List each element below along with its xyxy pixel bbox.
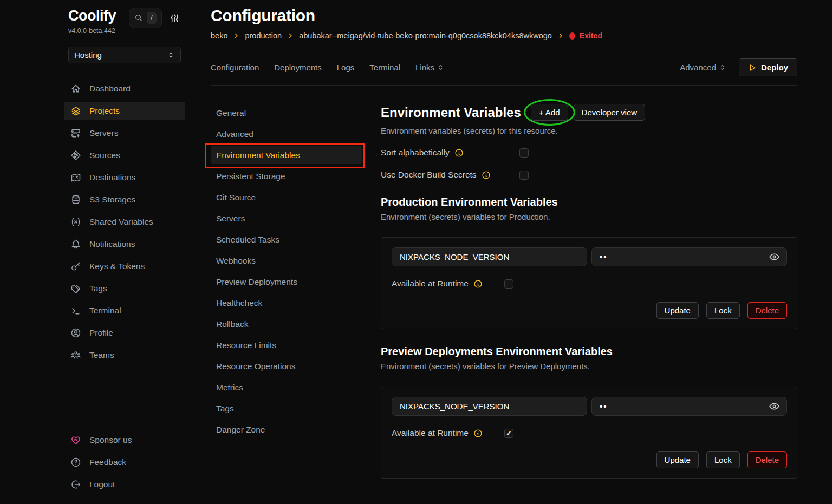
heart-icon xyxy=(70,435,81,446)
sidebar-item-label: Dashboard xyxy=(89,84,131,94)
subnav-item-resource-operations[interactable]: Resource Operations xyxy=(211,357,362,375)
env-name-input[interactable] xyxy=(392,247,587,266)
delete-button[interactable]: Delete xyxy=(748,302,787,319)
sidebar-item-label: Destinations xyxy=(89,173,135,182)
sidebar-footer: Sponsor us Feedback Logout xyxy=(64,431,185,498)
sidebar-item-projects[interactable]: Projects xyxy=(64,102,185,120)
sidebar-item-s3-storages[interactable]: S3 Storages xyxy=(64,191,185,209)
sidebar-item-shared-variables[interactable]: Shared Variables xyxy=(64,213,185,231)
chevron-right-icon xyxy=(287,32,294,39)
tabbar: Configuration Deployments Logs Terminal … xyxy=(211,58,797,86)
subnav-item-scheduled-tasks[interactable]: Scheduled Tasks xyxy=(211,231,362,248)
sidebar-item-label: Profile xyxy=(89,328,113,338)
production-section-title: Production Environment Variables xyxy=(381,196,797,208)
add-env-variable-button[interactable]: + Add xyxy=(531,104,568,121)
subnav-item-danger-zone[interactable]: Danger Zone xyxy=(211,421,362,438)
subnav-item-environment-variables[interactable]: Environment Variables xyxy=(211,146,362,164)
tab-terminal[interactable]: Terminal xyxy=(369,63,400,72)
sidebar-item-label: Sponsor us xyxy=(89,435,132,445)
subnav-item-persistent-storage[interactable]: Persistent Storage xyxy=(211,167,362,185)
panel-subtitle: Environment variables (secrets) for this… xyxy=(381,126,797,135)
docker-build-secrets-label: Use Docker Build Secrets xyxy=(381,170,477,180)
breadcrumb-resource[interactable]: abubakar--meigag/vid-tube-beko-pro:main-… xyxy=(299,31,552,40)
subnav-item-git-source[interactable]: Git Source xyxy=(211,188,362,206)
server-icon xyxy=(70,128,81,139)
breadcrumb-environment[interactable]: production xyxy=(245,31,282,40)
chevron-up-down-icon xyxy=(437,64,444,71)
subnav-item-servers[interactable]: Servers xyxy=(211,210,362,227)
sidebar-item-profile[interactable]: Profile xyxy=(64,324,185,342)
lock-button[interactable]: Lock xyxy=(706,451,740,468)
tab-configuration[interactable]: Configuration xyxy=(211,63,259,72)
sidebar-item-logout[interactable]: Logout xyxy=(64,475,185,494)
subnav-item-advanced[interactable]: Advanced xyxy=(211,125,362,143)
subnav-item-metrics[interactable]: Metrics xyxy=(211,378,362,396)
subnav-item-resource-limits[interactable]: Resource Limits xyxy=(211,336,362,354)
tag-icon xyxy=(70,283,81,294)
update-button[interactable]: Update xyxy=(656,302,699,319)
subnav-item-webhooks[interactable]: Webhooks xyxy=(211,252,362,270)
team-select[interactable]: Hosting xyxy=(68,47,181,63)
env-value-masked: •• xyxy=(600,252,608,261)
sidebar-item-terminal[interactable]: Terminal xyxy=(64,302,185,320)
breadcrumb-project[interactable]: beko xyxy=(211,31,227,40)
breadcrumb: beko production abubakar--meigag/vid-tub… xyxy=(211,31,797,40)
sidebar-item-label: Terminal xyxy=(89,306,121,316)
docker-build-secrets-row: Use Docker Build Secrets ✓ xyxy=(381,170,797,180)
env-value-field[interactable]: •• xyxy=(592,247,787,266)
subnav-item-rollback[interactable]: Rollback xyxy=(211,315,362,333)
tab-logs[interactable]: Logs xyxy=(337,63,355,72)
env-name-input[interactable] xyxy=(392,397,587,416)
status-badge: Exited xyxy=(569,31,602,40)
content: General Advanced Environment Variables P… xyxy=(211,104,797,504)
sidebar-item-label: Feedback xyxy=(89,457,126,467)
advanced-dropdown[interactable]: Advanced xyxy=(680,63,726,72)
reveal-value-eye-icon[interactable] xyxy=(769,401,780,412)
sidebar-nav: Dashboard Projects Servers Sources Desti… xyxy=(64,80,185,368)
subnav-item-healthcheck[interactable]: Healthcheck xyxy=(211,294,362,312)
tab-deployments[interactable]: Deployments xyxy=(274,63,322,72)
sidebar-item-tags[interactable]: Tags xyxy=(64,279,185,298)
available-at-runtime-checkbox[interactable]: ✓ xyxy=(504,279,514,289)
info-icon[interactable] xyxy=(473,429,483,438)
production-section-subtitle: Environment (secrets) variables for Prod… xyxy=(381,212,797,221)
sort-alphabetically-checkbox[interactable]: ✓ xyxy=(519,148,529,158)
sort-alphabetically-row: Sort alphabetically ✓ xyxy=(381,148,797,158)
lock-button[interactable]: Lock xyxy=(706,302,740,319)
env-value-field[interactable]: •• xyxy=(592,397,787,416)
search-button[interactable]: / xyxy=(129,8,162,28)
sidebar-item-notifications[interactable]: Notifications xyxy=(64,235,185,253)
update-button[interactable]: Update xyxy=(656,451,699,468)
reveal-value-eye-icon[interactable] xyxy=(769,251,780,263)
subnav-item-preview-deployments[interactable]: Preview Deployments xyxy=(211,273,362,291)
sidebar-item-label: Logout xyxy=(89,480,115,489)
sidebar-item-teams[interactable]: Teams xyxy=(64,346,185,364)
sidebar-item-feedback[interactable]: Feedback xyxy=(64,453,185,472)
sort-alphabetically-label: Sort alphabetically xyxy=(381,148,450,158)
developer-view-button[interactable]: Developer view xyxy=(574,104,646,121)
sidebar-item-sponsor-us[interactable]: Sponsor us xyxy=(64,431,185,449)
sidebar-item-servers[interactable]: Servers xyxy=(64,124,185,142)
delete-button[interactable]: Delete xyxy=(748,451,787,468)
info-icon[interactable] xyxy=(482,171,491,180)
info-icon[interactable] xyxy=(454,148,464,158)
deploy-button[interactable]: Deploy xyxy=(739,58,797,76)
sidebar-item-dashboard[interactable]: Dashboard xyxy=(64,80,185,98)
map-icon xyxy=(70,172,81,183)
docker-build-secrets-checkbox[interactable]: ✓ xyxy=(519,171,529,180)
sidebar-item-label: Sources xyxy=(89,150,120,160)
subnav-item-general[interactable]: General xyxy=(211,104,362,122)
database-icon xyxy=(70,194,81,205)
subnav-item-tags[interactable]: Tags xyxy=(211,400,362,417)
panel-header: Environment Variables + Add Developer vi… xyxy=(381,104,797,121)
git-source-icon xyxy=(70,150,81,161)
sidebar-item-destinations[interactable]: Destinations xyxy=(64,168,185,187)
available-at-runtime-checkbox[interactable]: ✓ xyxy=(504,429,514,438)
tab-links[interactable]: Links xyxy=(415,63,444,72)
sidebar-item-keys-tokens[interactable]: Keys & Tokens xyxy=(64,257,185,276)
settings-sliders-icon[interactable] xyxy=(170,13,180,23)
app-logo[interactable]: Coolify xyxy=(68,8,116,24)
sidebar-item-sources[interactable]: Sources xyxy=(64,146,185,165)
sidebar: Coolify v4.0.0-beta.442 / Hosting xyxy=(0,0,191,504)
info-icon[interactable] xyxy=(473,279,483,289)
